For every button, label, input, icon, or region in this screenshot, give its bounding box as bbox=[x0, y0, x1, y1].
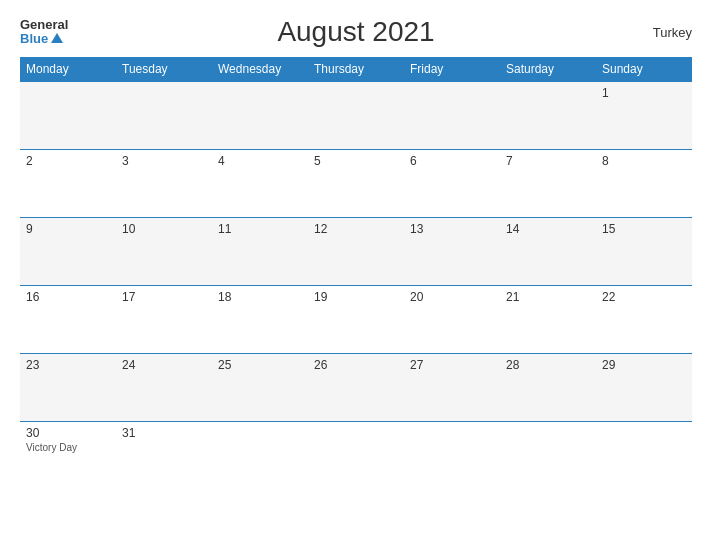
calendar-cell: 26 bbox=[308, 353, 404, 421]
day-number: 6 bbox=[410, 154, 494, 168]
calendar-table: MondayTuesdayWednesdayThursdayFridaySatu… bbox=[20, 57, 692, 490]
weekday-header-friday: Friday bbox=[404, 57, 500, 82]
logo-line: Blue bbox=[20, 32, 63, 46]
calendar-cell: 16 bbox=[20, 285, 116, 353]
calendar-cell: 22 bbox=[596, 285, 692, 353]
calendar-week-row: 9101112131415 bbox=[20, 217, 692, 285]
calendar-cell bbox=[20, 81, 116, 149]
calendar-cell bbox=[212, 81, 308, 149]
calendar-cell: 6 bbox=[404, 149, 500, 217]
calendar-cell bbox=[116, 81, 212, 149]
day-number: 14 bbox=[506, 222, 590, 236]
calendar-cell: 8 bbox=[596, 149, 692, 217]
calendar-cell bbox=[596, 421, 692, 489]
day-number: 18 bbox=[218, 290, 302, 304]
day-number: 4 bbox=[218, 154, 302, 168]
calendar-week-row: 23242526272829 bbox=[20, 353, 692, 421]
calendar-week-row: 30Victory Day31 bbox=[20, 421, 692, 489]
day-number: 10 bbox=[122, 222, 206, 236]
day-number: 27 bbox=[410, 358, 494, 372]
calendar-cell: 18 bbox=[212, 285, 308, 353]
day-number: 12 bbox=[314, 222, 398, 236]
calendar-cell: 20 bbox=[404, 285, 500, 353]
day-number: 16 bbox=[26, 290, 110, 304]
day-number: 19 bbox=[314, 290, 398, 304]
calendar-cell: 5 bbox=[308, 149, 404, 217]
day-number: 8 bbox=[602, 154, 686, 168]
day-number: 24 bbox=[122, 358, 206, 372]
day-number: 5 bbox=[314, 154, 398, 168]
calendar-cell bbox=[308, 81, 404, 149]
day-number: 21 bbox=[506, 290, 590, 304]
logo-general-text: General bbox=[20, 18, 68, 32]
calendar-cell: 23 bbox=[20, 353, 116, 421]
day-number: 3 bbox=[122, 154, 206, 168]
weekday-header-row: MondayTuesdayWednesdayThursdayFridaySatu… bbox=[20, 57, 692, 82]
calendar-cell: 24 bbox=[116, 353, 212, 421]
day-number: 26 bbox=[314, 358, 398, 372]
calendar-cell bbox=[308, 421, 404, 489]
day-number: 7 bbox=[506, 154, 590, 168]
day-number: 28 bbox=[506, 358, 590, 372]
calendar-cell: 30Victory Day bbox=[20, 421, 116, 489]
day-number: 17 bbox=[122, 290, 206, 304]
calendar-cell: 10 bbox=[116, 217, 212, 285]
calendar-cell bbox=[404, 421, 500, 489]
day-number: 22 bbox=[602, 290, 686, 304]
calendar-container: General Blue August 2021 Turkey MondayTu… bbox=[0, 0, 712, 550]
weekday-header-wednesday: Wednesday bbox=[212, 57, 308, 82]
day-number: 20 bbox=[410, 290, 494, 304]
country-label: Turkey bbox=[653, 25, 692, 40]
calendar-week-row: 2345678 bbox=[20, 149, 692, 217]
day-number: 15 bbox=[602, 222, 686, 236]
day-number: 11 bbox=[218, 222, 302, 236]
calendar-cell: 27 bbox=[404, 353, 500, 421]
weekday-header-monday: Monday bbox=[20, 57, 116, 82]
calendar-cell: 2 bbox=[20, 149, 116, 217]
calendar-cell: 13 bbox=[404, 217, 500, 285]
calendar-cell: 21 bbox=[500, 285, 596, 353]
calendar-cell bbox=[404, 81, 500, 149]
weekday-header-thursday: Thursday bbox=[308, 57, 404, 82]
day-number: 31 bbox=[122, 426, 206, 440]
calendar-cell: 7 bbox=[500, 149, 596, 217]
calendar-cell bbox=[212, 421, 308, 489]
logo-blue-text: Blue bbox=[20, 32, 48, 46]
logo: General Blue bbox=[20, 18, 68, 47]
calendar-week-row: 16171819202122 bbox=[20, 285, 692, 353]
calendar-week-row: 1 bbox=[20, 81, 692, 149]
calendar-cell: 1 bbox=[596, 81, 692, 149]
day-number: 13 bbox=[410, 222, 494, 236]
calendar-cell: 29 bbox=[596, 353, 692, 421]
day-number: 2 bbox=[26, 154, 110, 168]
calendar-cell: 4 bbox=[212, 149, 308, 217]
calendar-cell: 31 bbox=[116, 421, 212, 489]
calendar-cell: 9 bbox=[20, 217, 116, 285]
weekday-header-sunday: Sunday bbox=[596, 57, 692, 82]
calendar-cell: 25 bbox=[212, 353, 308, 421]
calendar-header: General Blue August 2021 Turkey bbox=[20, 18, 692, 47]
day-number: 1 bbox=[602, 86, 686, 100]
calendar-cell: 28 bbox=[500, 353, 596, 421]
day-number: 29 bbox=[602, 358, 686, 372]
day-number: 9 bbox=[26, 222, 110, 236]
calendar-cell: 19 bbox=[308, 285, 404, 353]
calendar-cell: 11 bbox=[212, 217, 308, 285]
calendar-cell bbox=[500, 421, 596, 489]
day-number: 25 bbox=[218, 358, 302, 372]
calendar-cell: 12 bbox=[308, 217, 404, 285]
weekday-header-saturday: Saturday bbox=[500, 57, 596, 82]
calendar-cell: 15 bbox=[596, 217, 692, 285]
calendar-cell bbox=[500, 81, 596, 149]
month-title: August 2021 bbox=[277, 16, 434, 48]
day-number: 23 bbox=[26, 358, 110, 372]
calendar-cell: 17 bbox=[116, 285, 212, 353]
day-event: Victory Day bbox=[26, 442, 110, 453]
day-number: 30 bbox=[26, 426, 110, 440]
weekday-header-tuesday: Tuesday bbox=[116, 57, 212, 82]
calendar-cell: 3 bbox=[116, 149, 212, 217]
logo-triangle-icon bbox=[51, 33, 63, 43]
calendar-cell: 14 bbox=[500, 217, 596, 285]
